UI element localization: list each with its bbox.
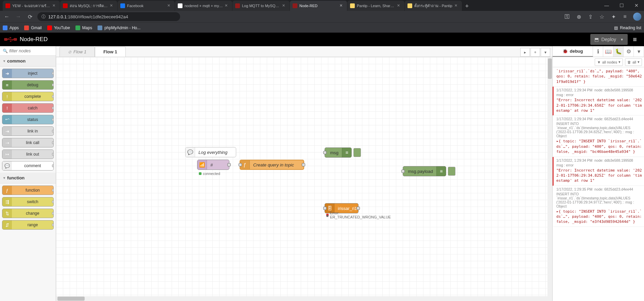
debug-message[interactable]: 1/17/2022, 1:29:34 PM node: 6825dd23.d4e… — [553, 116, 644, 157]
debug-message[interactable]: 1/17/2022, 1:29:34 PM node: ddb3e588.199… — [553, 157, 644, 186]
debug-filter-nodes[interactable]: ▼ all nodes ▾ — [595, 58, 623, 66]
bookmark-item[interactable]: Maps — [75, 25, 92, 30]
horizontal-scrollbar[interactable] — [56, 296, 547, 301]
browser-tab[interactable]: Log MQTT to MySQL (flow✕ — [232, 1, 290, 11]
browser-tab[interactable]: ตั้งกระทู้คำถาม - Pantip✕ — [405, 1, 462, 11]
debug-topic: msg : error — [556, 163, 642, 167]
bookmark-star-icon[interactable]: ☆ — [598, 13, 605, 20]
debug-clear[interactable]: 🗑 all ▾ — [625, 58, 642, 66]
password-icon[interactable]: ⚿ — [564, 13, 571, 20]
workspace-tab[interactable]: Flow 1 — [95, 47, 125, 57]
palette-node-link-out[interactable]: ↦link out — [2, 149, 54, 159]
debug-toggle[interactable] — [448, 167, 455, 176]
sidebar-tab-menu[interactable]: ▾ — [634, 46, 644, 57]
new-tab-button[interactable]: + — [462, 1, 472, 11]
zoom-icon[interactable]: ⊕ — [575, 13, 582, 20]
close-tab-icon[interactable]: ✕ — [454, 3, 459, 8]
maximize-button[interactable]: ☐ — [614, 0, 629, 11]
forward-button[interactable]: → — [14, 13, 22, 21]
palette-node-range[interactable]: ⇵range — [2, 220, 54, 230]
palette-node-inject[interactable]: ➜inject — [2, 69, 54, 78]
deploy-button[interactable]: ⬒ Deploy ▼ — [590, 34, 628, 45]
palette-node-catch[interactable]: !catch — [2, 103, 54, 113]
node-type-icon: ⇥ — [2, 127, 12, 136]
palette-node-comment[interactable]: 💬comment — [2, 161, 54, 171]
bookmark-item[interactable]: Gmail — [24, 25, 41, 30]
node-comment[interactable]: 💬 Log everything — [185, 147, 236, 157]
output-port[interactable] — [302, 163, 305, 166]
extensions-icon[interactable]: ✦ — [610, 13, 617, 20]
vertical-scrollbar[interactable] — [547, 57, 552, 301]
palette-node-complete[interactable]: !complete — [2, 92, 54, 101]
site-info-icon[interactable]: ⓘ — [41, 14, 46, 20]
sidebar-tab-context[interactable]: ⚙ — [624, 46, 634, 57]
close-tab-icon[interactable]: ✕ — [110, 3, 115, 8]
palette-category[interactable]: ▾common — [0, 56, 56, 67]
palette-node-link-call[interactable]: ⇢link call — [2, 138, 54, 147]
node-label: Create query in topic — [250, 162, 303, 167]
input-port[interactable] — [239, 163, 242, 166]
palette-node-link-in[interactable]: ⇥link in — [2, 126, 54, 136]
debug-message[interactable]: 1/17/2022, 1:29:35 PM node: 6825dd23.d4e… — [553, 186, 644, 227]
browser-tab[interactable]: Facebook✕ — [118, 1, 175, 11]
node-debug-msg[interactable]: msg ≡ — [325, 147, 352, 158]
close-tab-icon[interactable]: ✕ — [225, 3, 229, 8]
palette-filter-input[interactable] — [9, 48, 53, 53]
browser-tab[interactable]: Pantip - Learn, Share & Fu✕ — [347, 1, 404, 11]
input-port[interactable] — [323, 207, 327, 210]
bookmark-item[interactable]: Apps — [3, 25, 19, 30]
flow-canvas[interactable]: 💬 Log everything 📶 # connected ƒ Create … — [56, 57, 552, 301]
bug-icon: 🐞 — [562, 49, 568, 54]
port — [52, 141, 54, 144]
palette-category[interactable]: ▾function — [0, 173, 56, 183]
browser-tab[interactable]: สอน MySQL: การติดตั้ง MySQ✕ — [60, 1, 117, 11]
node-function[interactable]: ƒ Create query in topic — [240, 160, 304, 170]
sidebar-tab-config[interactable]: 🐛 — [613, 46, 624, 57]
output-port[interactable] — [227, 163, 231, 166]
sidebar-tab-info[interactable]: ℹ — [593, 46, 603, 57]
input-port[interactable] — [401, 170, 405, 173]
bookmark-item[interactable]: phpMyAdmin - Ho... — [98, 25, 140, 30]
reading-list-icon[interactable]: ≡ — [622, 13, 628, 20]
sidebar-tab-debug[interactable]: 🐞 debug — [553, 46, 593, 57]
deploy-caret-icon[interactable]: ▼ — [620, 38, 624, 41]
close-window-button[interactable]: ✕ — [629, 0, 644, 11]
palette-node-switch[interactable]: ⇶switch — [2, 197, 54, 207]
browser-tab[interactable]: Node-RED✕ — [290, 1, 347, 11]
bookmark-item[interactable]: YouTube — [47, 25, 70, 30]
reading-list-button[interactable]: ▤ Reading list — [614, 25, 641, 30]
browser-tab[interactable]: nodered + mqtt + mysql -✕ — [175, 1, 232, 11]
sidebar-tab-help[interactable]: 📖 — [603, 46, 613, 57]
close-tab-icon[interactable]: ✕ — [282, 3, 287, 8]
debug-message[interactable]: 1/17/2022, 1:29:34 PM node: ddb3e588.199… — [553, 87, 644, 116]
node-mysql[interactable]: 🗄 irissar_ri1 ■ Error: ER_TRUNCATED_WRON… — [325, 203, 359, 213]
palette-filter[interactable]: 🔍 — [0, 46, 56, 56]
minimize-button[interactable]: — — [599, 0, 614, 11]
node-mqtt-in[interactable]: 📶 # connected — [197, 160, 229, 170]
back-button[interactable]: ← — [3, 13, 11, 21]
debug-message[interactable]: `irissar_ri1`.`ds`…", payload: "400", qo… — [553, 67, 644, 87]
close-tab-icon[interactable]: ✕ — [167, 3, 172, 8]
close-tab-icon[interactable]: ✕ — [52, 3, 57, 8]
browser-tab[interactable]: YEW - จะมอบความรัก | Wish✕ — [3, 1, 60, 11]
workspace-tab[interactable]: ⊘Flow 1 — [59, 47, 95, 57]
close-tab-icon[interactable]: ✕ — [397, 3, 402, 8]
add-flow-button[interactable]: + — [530, 48, 540, 57]
close-tab-icon[interactable]: ✕ — [340, 3, 344, 8]
profile-avatar[interactable] — [633, 13, 641, 21]
tab-scroll-right[interactable]: ▸ — [520, 48, 530, 57]
debug-messages[interactable]: `irissar_ri1`.`ds`…", payload: "400", qo… — [553, 67, 644, 301]
reload-button[interactable]: ⟳ — [26, 13, 34, 21]
palette-node-change[interactable]: ⇅change — [2, 209, 54, 218]
palette-node-function[interactable]: ƒfunction — [2, 185, 54, 195]
share-icon[interactable]: ⇪ — [587, 13, 594, 20]
output-port[interactable] — [356, 207, 360, 210]
debug-toggle[interactable] — [353, 148, 361, 157]
list-flows-button[interactable]: ▾ — [541, 48, 550, 57]
palette-node-debug[interactable]: ≡debug — [2, 80, 54, 90]
address-bar[interactable]: ⓘ 127.0.0.1:1880/#flow/c1dfe2becee942a4 — [37, 12, 180, 21]
input-port[interactable] — [323, 151, 327, 154]
node-debug-payload[interactable]: msg.payload ≡ — [403, 166, 446, 176]
main-menu-button[interactable]: ≡ — [630, 34, 640, 45]
palette-node-status[interactable]: ⬿status — [2, 115, 54, 124]
